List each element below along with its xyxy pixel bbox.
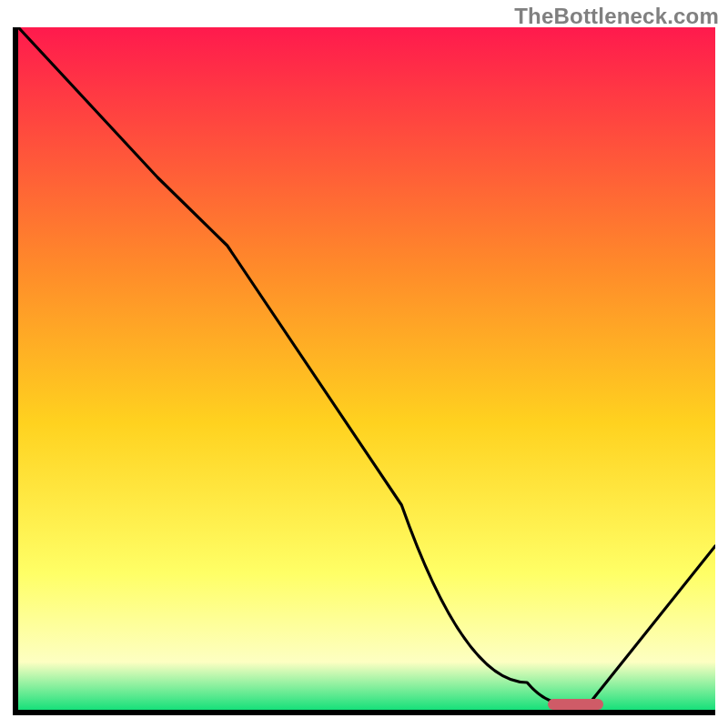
plot-area xyxy=(18,27,715,710)
plot-axes xyxy=(13,27,715,715)
bottleneck-curve xyxy=(18,27,715,710)
chart-container: TheBottleneck.com xyxy=(0,0,728,728)
watermark-text: TheBottleneck.com xyxy=(514,4,719,29)
optimal-range-marker xyxy=(548,699,603,710)
